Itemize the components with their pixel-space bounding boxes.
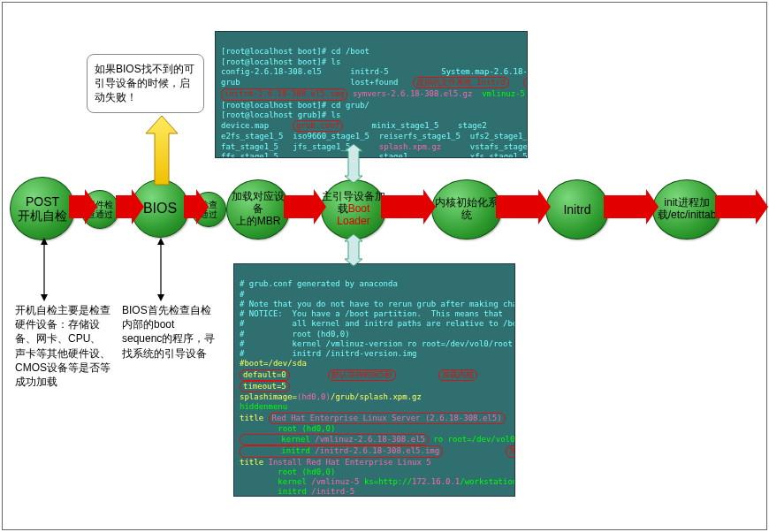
node-mbr-l2: 上的MBR	[236, 215, 281, 227]
diagram-frame: POST 开机自检 硬件检 查通过 BIOS 检查 通过 加载对应设备 上的MB…	[2, 2, 767, 530]
t2-kern1b: ro root=/dev/vol0/root rhgb quiet	[429, 435, 515, 444]
node-bootloader: 主引导设备加 载Boot Loader	[321, 179, 386, 239]
arrow-2	[116, 195, 132, 218]
arrow-7	[496, 195, 538, 218]
t1-initrd-img: initrd-2.6.18-308.el5.img	[221, 88, 347, 100]
node-mbr-l1: 加载对应设备	[232, 190, 285, 215]
node-init: init进程加 载/etc/inittab	[652, 179, 721, 239]
note-bios: BIOS首先检查自检内部的boot sequenc的程序，寻找系统的引导设备	[122, 303, 217, 361]
t2-tag-initrd: 加载initrd	[506, 445, 515, 457]
t2-h1: # grub.conf generated by anaconda	[240, 279, 398, 288]
t2-root2: root (hd0,0)	[240, 467, 335, 476]
node-boot-l2: 载	[338, 202, 348, 215]
node-bios-l1: BIOS	[143, 201, 177, 217]
node-init-l1: init进程加	[664, 196, 709, 209]
svg-marker-0	[146, 116, 178, 185]
terminal-boot-ls: [root@localhost boot]# cd /boot [root@lo…	[215, 31, 528, 158]
arrow-9	[715, 195, 756, 218]
note-bios-text: BIOS首先检查自检内部的boot sequenc的程序，寻找系统的引导设备	[122, 304, 215, 360]
t2-h8: # initrd /initrd-version.img	[240, 349, 416, 358]
t1-vmlinuz5: vmlinuz-5	[482, 89, 525, 98]
arrow-6	[381, 195, 423, 218]
t2-h7: # kernel /vmlinuz-version ro root=/dev/v…	[240, 339, 513, 348]
t2-def: default=0	[243, 370, 286, 379]
node-kernel: 内核初始化系统	[431, 179, 502, 239]
t1-cdgrub: [root@localhost boot]# cd grub/	[221, 101, 369, 110]
svg-marker-3	[41, 294, 48, 301]
terminal-grubconf: # grub.conf generated by anaconda # # No…	[233, 263, 515, 497]
t2-tim: timeout=5	[243, 382, 286, 391]
t1-l1: [root@localhost boot]# ls	[221, 57, 340, 66]
t2-h6: # root (hd0,0)	[240, 330, 350, 338]
node-initrd-l1: Initrd	[563, 202, 590, 217]
node-kernel-l1: 内核初始化系统	[432, 197, 501, 222]
callout-bios-fail-text: 如果BIOS找不到的可引导设备的时候，启动失败！	[95, 63, 194, 103]
t2-tag-menu: 加载内核	[438, 369, 477, 381]
t2-h4: # NOTICE: You have a /boot partition. Th…	[240, 309, 503, 318]
t1-l3: grub lost+found	[221, 78, 398, 87]
node-mbr: 加载对应设备 上的MBR	[226, 179, 290, 239]
t2-hidden: hiddenmenu	[240, 402, 287, 411]
t2-h2: #	[240, 290, 244, 299]
node-boot-l1: 主引导设备加	[322, 190, 385, 202]
t1-symvers: symvers-2.6.18-308.el5.gz	[353, 89, 472, 98]
node-post-l1: POST	[26, 194, 59, 209]
svg-marker-5	[157, 238, 164, 245]
t1-anno-initrd: 虚拟的文件系统 Initrd	[413, 77, 509, 88]
t1-l0: [root@localhost boot]# cd /boot	[221, 47, 369, 56]
t1-l2: config-2.6.18-308.el5 initrd-5 System.ma…	[221, 67, 528, 76]
arrow-3	[184, 195, 196, 218]
note-post: 开机自检主要是检查硬件设备：存储设备、网卡、CPU、声卡等其他硬件设、CMOS设…	[15, 303, 110, 389]
callout-bios-fail: 如果BIOS找不到的可引导设备的时候，启动失败！	[87, 54, 204, 113]
node-post-l2: 开机自检	[18, 209, 67, 223]
t1-row4: ffs_stage1_5 stage1 xfs_stage1_5	[221, 152, 528, 158]
t1-lsgrub: [root@localhost grub]# ls	[221, 110, 340, 119]
t1-row2: e2fs_stage1_5 iso9660_stage1_5 reiserfs_…	[221, 132, 528, 141]
t2-h3: # Note that you do not have to rerun gru…	[240, 300, 515, 308]
node-initrd: Initrd	[545, 179, 609, 239]
t2-bootdev: #boot=/dev/sda	[240, 359, 307, 368]
t2-tag-default: 默认等待时间5秒	[328, 369, 395, 381]
conn-bios-note	[155, 238, 167, 301]
node-init-l2: 载/etc/inittab	[658, 209, 717, 221]
note-post-text: 开机自检主要是检查硬件设备：存储设备、网卡、CPU、声卡等其他硬件设、CMOS设…	[15, 304, 110, 388]
arrow-5	[284, 195, 314, 218]
arrow-1	[69, 195, 85, 218]
arrow-8	[604, 195, 646, 218]
node-post: POST 开机自检	[10, 177, 75, 240]
t1-vmlinuz: vmlinuz-2.6.18-308.el5	[523, 77, 528, 88]
conn-post-note	[38, 238, 50, 301]
t2-root1: root (hd0,0)	[240, 424, 335, 433]
arrow-bios-up	[144, 116, 179, 185]
svg-marker-6	[157, 294, 164, 301]
t2-h5: # all kernel and initrd paths are relati…	[240, 319, 515, 328]
